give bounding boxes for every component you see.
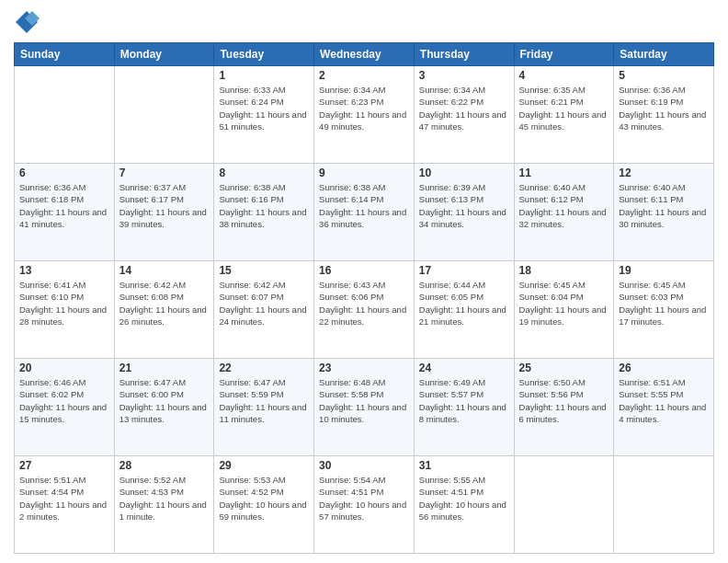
calendar-cell: 20Sunrise: 6:46 AM Sunset: 6:02 PM Dayli… — [15, 359, 115, 456]
day-number: 4 — [519, 69, 609, 82]
day-number: 21 — [119, 362, 210, 374]
day-number: 3 — [419, 69, 509, 82]
calendar-cell — [614, 456, 714, 554]
calendar-cell — [514, 456, 614, 554]
day-info: Sunrise: 6:45 AM Sunset: 6:03 PM Dayligh… — [619, 279, 709, 327]
day-info: Sunrise: 6:38 AM Sunset: 6:16 PM Dayligh… — [219, 181, 309, 230]
day-info: Sunrise: 6:45 AM Sunset: 6:04 PM Dayligh… — [519, 279, 609, 327]
calendar-header-row: SundayMondayTuesdayWednesdayThursdayFrid… — [15, 43, 714, 66]
day-number: 25 — [519, 362, 609, 374]
day-info: Sunrise: 6:36 AM Sunset: 6:19 PM Dayligh… — [619, 84, 709, 132]
calendar-week-4: 20Sunrise: 6:46 AM Sunset: 6:02 PM Dayli… — [15, 359, 714, 456]
day-info: Sunrise: 6:34 AM Sunset: 6:22 PM Dayligh… — [419, 84, 509, 132]
day-info: Sunrise: 5:54 AM Sunset: 4:51 PM Dayligh… — [319, 474, 409, 523]
calendar-table: SundayMondayTuesdayWednesdayThursdayFrid… — [14, 42, 714, 554]
calendar-cell: 24Sunrise: 6:49 AM Sunset: 5:57 PM Dayli… — [414, 359, 514, 456]
day-info: Sunrise: 6:39 AM Sunset: 6:13 PM Dayligh… — [419, 181, 509, 230]
calendar-week-1: 1Sunrise: 6:33 AM Sunset: 6:24 PM Daylig… — [15, 66, 714, 164]
day-header-sunday: Sunday — [15, 43, 115, 66]
day-header-saturday: Saturday — [614, 43, 714, 66]
calendar-cell: 22Sunrise: 6:47 AM Sunset: 5:59 PM Dayli… — [214, 359, 314, 456]
day-info: Sunrise: 6:48 AM Sunset: 5:58 PM Dayligh… — [319, 376, 409, 425]
day-number: 6 — [19, 167, 109, 179]
day-number: 30 — [319, 459, 409, 472]
day-number: 16 — [319, 264, 409, 277]
day-number: 1 — [219, 69, 309, 82]
day-number: 8 — [219, 167, 309, 179]
day-info: Sunrise: 6:46 AM Sunset: 6:02 PM Dayligh… — [19, 376, 109, 425]
calendar-cell: 4Sunrise: 6:35 AM Sunset: 6:21 PM Daylig… — [514, 66, 614, 164]
calendar-body: 1Sunrise: 6:33 AM Sunset: 6:24 PM Daylig… — [15, 66, 714, 554]
calendar-cell: 21Sunrise: 6:47 AM Sunset: 6:00 PM Dayli… — [114, 359, 214, 456]
day-header-thursday: Thursday — [414, 43, 514, 66]
day-info: Sunrise: 6:44 AM Sunset: 6:05 PM Dayligh… — [419, 279, 509, 327]
day-number: 28 — [119, 459, 210, 472]
day-info: Sunrise: 6:38 AM Sunset: 6:14 PM Dayligh… — [319, 181, 409, 230]
calendar-cell: 2Sunrise: 6:34 AM Sunset: 6:23 PM Daylig… — [314, 66, 415, 164]
day-info: Sunrise: 6:42 AM Sunset: 6:07 PM Dayligh… — [219, 279, 309, 327]
day-number: 11 — [519, 167, 609, 179]
day-info: Sunrise: 6:51 AM Sunset: 5:55 PM Dayligh… — [619, 376, 709, 425]
calendar-cell: 7Sunrise: 6:37 AM Sunset: 6:17 PM Daylig… — [114, 164, 214, 261]
day-info: Sunrise: 6:37 AM Sunset: 6:17 PM Dayligh… — [119, 181, 210, 230]
calendar-cell — [15, 66, 115, 164]
calendar-cell: 17Sunrise: 6:44 AM Sunset: 6:05 PM Dayli… — [414, 261, 514, 359]
day-number: 14 — [119, 264, 210, 277]
calendar-cell: 1Sunrise: 6:33 AM Sunset: 6:24 PM Daylig… — [214, 66, 314, 164]
day-number: 20 — [19, 362, 109, 374]
day-number: 15 — [219, 264, 309, 277]
calendar-cell: 16Sunrise: 6:43 AM Sunset: 6:06 PM Dayli… — [314, 261, 415, 359]
day-number: 31 — [419, 459, 509, 472]
day-info: Sunrise: 6:40 AM Sunset: 6:12 PM Dayligh… — [519, 181, 609, 230]
day-info: Sunrise: 5:55 AM Sunset: 4:51 PM Dayligh… — [419, 474, 509, 523]
day-info: Sunrise: 6:47 AM Sunset: 5:59 PM Dayligh… — [219, 376, 309, 425]
calendar-cell: 27Sunrise: 5:51 AM Sunset: 4:54 PM Dayli… — [15, 456, 115, 554]
header — [14, 9, 714, 35]
calendar-cell: 3Sunrise: 6:34 AM Sunset: 6:22 PM Daylig… — [414, 66, 514, 164]
day-info: Sunrise: 6:49 AM Sunset: 5:57 PM Dayligh… — [419, 376, 509, 425]
day-number: 29 — [219, 459, 309, 472]
day-number: 12 — [619, 167, 709, 179]
calendar-cell: 26Sunrise: 6:51 AM Sunset: 5:55 PM Dayli… — [614, 359, 714, 456]
calendar-week-3: 13Sunrise: 6:41 AM Sunset: 6:10 PM Dayli… — [15, 261, 714, 359]
day-info: Sunrise: 6:50 AM Sunset: 5:56 PM Dayligh… — [519, 376, 609, 425]
calendar-cell: 18Sunrise: 6:45 AM Sunset: 6:04 PM Dayli… — [514, 261, 614, 359]
day-info: Sunrise: 6:43 AM Sunset: 6:06 PM Dayligh… — [319, 279, 409, 327]
day-number: 26 — [619, 362, 709, 374]
day-header-friday: Friday — [514, 43, 614, 66]
calendar-week-2: 6Sunrise: 6:36 AM Sunset: 6:18 PM Daylig… — [15, 164, 714, 261]
calendar-cell: 31Sunrise: 5:55 AM Sunset: 4:51 PM Dayli… — [414, 456, 514, 554]
day-header-wednesday: Wednesday — [314, 43, 415, 66]
calendar-cell: 5Sunrise: 6:36 AM Sunset: 6:19 PM Daylig… — [614, 66, 714, 164]
calendar-cell: 9Sunrise: 6:38 AM Sunset: 6:14 PM Daylig… — [314, 164, 415, 261]
calendar-cell: 8Sunrise: 6:38 AM Sunset: 6:16 PM Daylig… — [214, 164, 314, 261]
calendar-cell: 14Sunrise: 6:42 AM Sunset: 6:08 PM Dayli… — [114, 261, 214, 359]
calendar-cell: 28Sunrise: 5:52 AM Sunset: 4:53 PM Dayli… — [114, 456, 214, 554]
day-number: 2 — [319, 69, 409, 82]
day-number: 24 — [419, 362, 509, 374]
logo-icon — [14, 9, 40, 35]
day-info: Sunrise: 6:41 AM Sunset: 6:10 PM Dayligh… — [19, 279, 109, 327]
day-info: Sunrise: 6:33 AM Sunset: 6:24 PM Dayligh… — [219, 84, 309, 132]
day-number: 18 — [519, 264, 609, 277]
day-number: 10 — [419, 167, 509, 179]
day-number: 22 — [219, 362, 309, 374]
calendar-cell: 11Sunrise: 6:40 AM Sunset: 6:12 PM Dayli… — [514, 164, 614, 261]
day-info: Sunrise: 5:52 AM Sunset: 4:53 PM Dayligh… — [119, 474, 210, 523]
calendar-cell: 25Sunrise: 6:50 AM Sunset: 5:56 PM Dayli… — [514, 359, 614, 456]
calendar-cell: 19Sunrise: 6:45 AM Sunset: 6:03 PM Dayli… — [614, 261, 714, 359]
day-header-monday: Monday — [114, 43, 214, 66]
day-number: 9 — [319, 167, 409, 179]
day-number: 23 — [319, 362, 409, 374]
day-header-tuesday: Tuesday — [214, 43, 314, 66]
calendar-cell: 23Sunrise: 6:48 AM Sunset: 5:58 PM Dayli… — [314, 359, 415, 456]
page: SundayMondayTuesdayWednesdayThursdayFrid… — [0, 0, 728, 563]
logo — [14, 9, 43, 35]
calendar-cell: 10Sunrise: 6:39 AM Sunset: 6:13 PM Dayli… — [414, 164, 514, 261]
day-number: 17 — [419, 264, 509, 277]
calendar-cell: 30Sunrise: 5:54 AM Sunset: 4:51 PM Dayli… — [314, 456, 415, 554]
day-number: 19 — [619, 264, 709, 277]
day-info: Sunrise: 6:34 AM Sunset: 6:23 PM Dayligh… — [319, 84, 409, 132]
calendar-cell: 13Sunrise: 6:41 AM Sunset: 6:10 PM Dayli… — [15, 261, 115, 359]
day-number: 7 — [119, 167, 210, 179]
